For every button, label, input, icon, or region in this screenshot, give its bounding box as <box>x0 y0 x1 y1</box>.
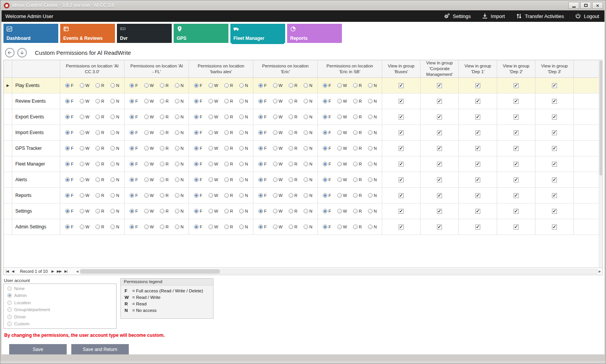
radio-option-r[interactable]: R <box>95 99 104 103</box>
next-page-button[interactable]: ▶▶ <box>57 269 61 273</box>
radio-option-f[interactable]: F <box>258 115 267 119</box>
radio-option-w[interactable]: W <box>337 146 347 151</box>
radio-option-f[interactable]: F <box>194 83 202 88</box>
tab-reports[interactable]: Reports <box>287 24 342 43</box>
radio-option-f[interactable]: F <box>258 83 267 88</box>
radio-option-n[interactable]: N <box>304 162 312 166</box>
radio-option-n[interactable]: N <box>368 225 377 229</box>
group-checkbox[interactable]: ✓ <box>514 193 519 198</box>
radio-option-w[interactable]: W <box>337 130 347 135</box>
radio-option-f[interactable]: F <box>258 146 267 151</box>
group-checkbox[interactable]: ✓ <box>552 99 557 104</box>
radio-option-n[interactable]: N <box>304 99 312 103</box>
radio-option-f[interactable]: F <box>130 209 138 213</box>
back-button[interactable] <box>5 48 15 57</box>
group-checkbox[interactable]: ✓ <box>399 130 404 135</box>
radio-option-n[interactable]: N <box>368 83 377 88</box>
save-button[interactable]: Save <box>9 344 67 354</box>
group-checkbox[interactable]: ✓ <box>437 99 442 104</box>
group-checkbox[interactable]: ✓ <box>552 225 557 230</box>
radio-option-n[interactable]: N <box>175 83 184 88</box>
radio-option-w[interactable]: W <box>273 225 282 229</box>
radio-option-r[interactable]: R <box>160 162 169 166</box>
radio-option-n[interactable]: N <box>239 146 248 151</box>
close-button[interactable]: × <box>592 2 603 9</box>
radio-option-r[interactable]: R <box>95 193 104 198</box>
last-record-button[interactable]: ▶| <box>64 269 67 273</box>
radio-option-w[interactable]: W <box>209 177 218 182</box>
radio-option-w[interactable]: W <box>144 162 154 166</box>
group-checkbox[interactable]: ✓ <box>399 146 404 151</box>
radio-option-w[interactable]: W <box>144 115 154 119</box>
group-checkbox[interactable]: ✓ <box>437 115 442 120</box>
radio-option-r[interactable]: R <box>224 177 233 182</box>
radio-option-f[interactable]: F <box>65 225 74 229</box>
radio-option-r[interactable]: R <box>95 115 104 119</box>
group-checkbox[interactable]: ✓ <box>514 209 519 214</box>
group-checkbox[interactable]: ✓ <box>552 130 557 135</box>
group-checkbox[interactable]: ✓ <box>514 177 519 182</box>
radio-option-f[interactable]: F <box>65 146 74 151</box>
down-button[interactable] <box>17 48 27 57</box>
radio-option-w[interactable]: W <box>144 146 154 151</box>
radio-option-r[interactable]: R <box>289 83 297 88</box>
radio-option-r[interactable]: R <box>353 146 362 151</box>
radio-option-r[interactable]: R <box>160 193 169 198</box>
radio-option-n[interactable]: N <box>175 146 184 151</box>
radio-option-w[interactable]: W <box>80 99 89 103</box>
group-checkbox[interactable]: ✓ <box>437 209 442 214</box>
radio-option-r[interactable]: R <box>353 130 362 135</box>
radio-option-f[interactable]: F <box>130 177 138 182</box>
radio-option-w[interactable]: W <box>273 130 282 135</box>
radio-option-f[interactable]: F <box>130 225 138 229</box>
radio-option-n[interactable]: N <box>110 177 119 182</box>
group-checkbox[interactable]: ✓ <box>399 193 404 198</box>
radio-option-r[interactable]: R <box>95 146 104 151</box>
group-checkbox[interactable]: ✓ <box>475 83 480 88</box>
tab-dashboard[interactable]: Dashboard <box>3 24 58 43</box>
radio-option-f[interactable]: F <box>323 193 331 198</box>
radio-option-r[interactable]: R <box>353 177 362 182</box>
group-checkbox[interactable]: ✓ <box>437 83 442 88</box>
radio-option-r[interactable]: R <box>353 115 362 119</box>
radio-option-r[interactable]: R <box>95 225 104 229</box>
radio-option-w[interactable]: W <box>273 162 282 166</box>
account-option-none[interactable]: None <box>7 286 113 291</box>
radio-option-r[interactable]: R <box>224 130 233 135</box>
radio-option-f[interactable]: F <box>194 177 202 182</box>
tab-gps[interactable]: GPS <box>174 24 228 43</box>
radio-option-f[interactable]: F <box>65 177 74 182</box>
radio-option-f[interactable]: F <box>194 115 202 119</box>
group-checkbox[interactable]: ✓ <box>437 130 442 135</box>
radio-option-r[interactable]: R <box>95 162 104 166</box>
hscroll-track[interactable] <box>80 269 598 274</box>
radio-option-f[interactable]: F <box>323 130 331 135</box>
radio-option-w[interactable]: W <box>337 177 347 182</box>
radio-option-r[interactable]: R <box>160 115 169 119</box>
radio-option-w[interactable]: W <box>209 130 218 135</box>
radio-option-r[interactable]: R <box>160 130 169 135</box>
radio-option-n[interactable]: N <box>304 177 312 182</box>
table-row[interactable]: Fleet ManagerFWRNFWRNFWRNFWRNFWRN✓✓✓✓✓ <box>4 156 602 172</box>
radio-option-f[interactable]: F <box>323 209 331 213</box>
radio-option-r[interactable]: R <box>160 225 169 229</box>
radio-option-w[interactable]: W <box>80 115 89 119</box>
radio-option-n[interactable]: N <box>239 130 248 135</box>
radio-option-n[interactable]: N <box>368 99 377 103</box>
settings-button[interactable]: Settings <box>443 13 471 20</box>
group-checkbox[interactable]: ✓ <box>475 115 480 120</box>
group-checkbox[interactable]: ✓ <box>399 162 404 167</box>
group-checkbox[interactable]: ✓ <box>475 193 480 198</box>
group-checkbox[interactable]: ✓ <box>399 99 404 104</box>
radio-option-f[interactable]: F <box>130 146 138 151</box>
radio-option-f[interactable]: F <box>194 99 202 103</box>
radio-option-f[interactable]: F <box>65 99 74 103</box>
radio-option-r[interactable]: R <box>289 193 297 198</box>
radio-option-f[interactable]: F <box>194 193 202 198</box>
scroll-right-icon[interactable]: ▶ <box>598 270 602 273</box>
radio-option-f[interactable]: F <box>258 225 267 229</box>
table-row[interactable]: GPS TrackerFWRNFWRNFWRNFWRNFWRN✓✓✓✓✓ <box>4 141 602 156</box>
radio-option-w[interactable]: W <box>273 177 282 182</box>
radio-option-w[interactable]: W <box>144 83 154 88</box>
radio-option-n[interactable]: N <box>110 83 119 88</box>
